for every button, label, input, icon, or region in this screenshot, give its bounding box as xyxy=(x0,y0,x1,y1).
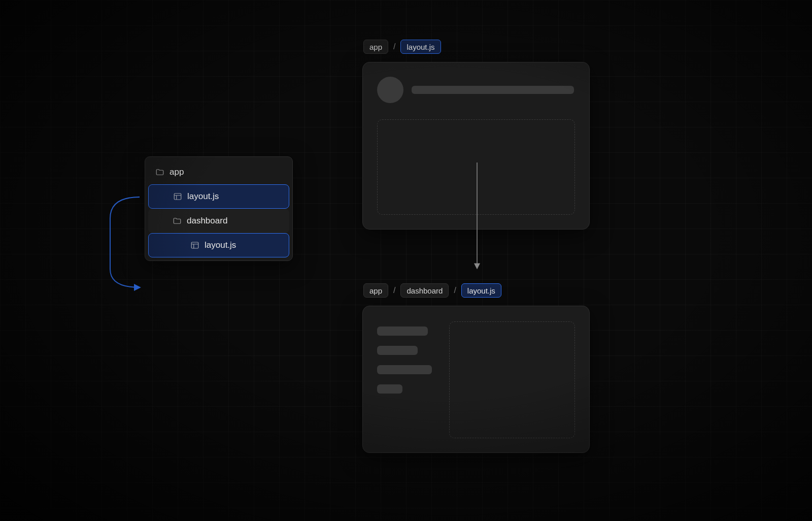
sidebar-item-placeholder xyxy=(377,365,432,374)
crumb-dashboard: dashboard xyxy=(400,283,449,298)
diagram-stage: app layout.js dashboard layout.js xyxy=(0,0,812,521)
crumb-layout: layout.js xyxy=(400,40,441,54)
tree-nesting-arrow xyxy=(104,188,150,296)
tree-row-layout-dashboard[interactable]: layout.js xyxy=(148,233,289,257)
svg-rect-0 xyxy=(174,193,181,200)
svg-rect-1 xyxy=(191,242,198,248)
breadcrumb-top: app / layout.js xyxy=(363,40,441,54)
children-slot xyxy=(377,119,575,215)
avatar-placeholder xyxy=(377,77,403,103)
crumb-layout: layout.js xyxy=(461,283,501,298)
layout-icon xyxy=(190,241,199,250)
tree-row-dashboard[interactable]: dashboard xyxy=(148,209,289,233)
crumb-separator: / xyxy=(392,286,396,295)
crumb-separator: / xyxy=(392,42,396,51)
file-tree-panel: app layout.js dashboard layout.js xyxy=(145,156,293,261)
layout-preview-dashboard xyxy=(362,306,590,453)
crumb-app: app xyxy=(363,40,388,54)
breadcrumb-bottom: app / dashboard / layout.js xyxy=(363,283,501,298)
crumb-separator: / xyxy=(453,286,457,295)
layout-preview-root xyxy=(362,62,590,230)
folder-icon xyxy=(173,216,182,225)
tree-item-label: layout.js xyxy=(205,240,236,250)
tree-row-layout-root[interactable]: layout.js xyxy=(148,184,289,209)
children-slot xyxy=(449,321,575,438)
folder-icon xyxy=(155,168,164,177)
sidebar-item-placeholder xyxy=(377,384,402,394)
tree-item-label: dashboard xyxy=(187,216,227,226)
crumb-app: app xyxy=(363,283,388,298)
tree-item-label: layout.js xyxy=(187,191,219,202)
sidebar-item-placeholder xyxy=(377,346,418,355)
header-bar-placeholder xyxy=(412,86,574,94)
layout-icon xyxy=(173,192,182,201)
sidebar-item-placeholder xyxy=(377,327,428,336)
tree-item-label: app xyxy=(170,167,184,177)
tree-row-app[interactable]: app xyxy=(148,160,289,184)
